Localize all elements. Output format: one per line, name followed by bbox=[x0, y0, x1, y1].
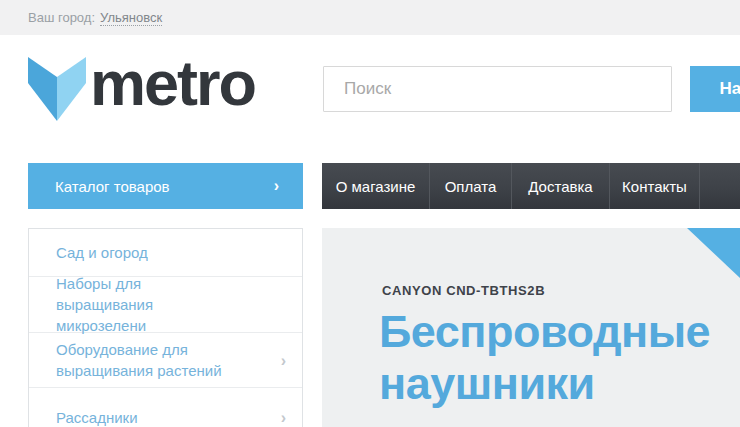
city-link[interactable]: Ульяновск bbox=[100, 10, 162, 26]
menu-item-microgreen-kits[interactable]: Наборы для выращивания микрозелени bbox=[29, 276, 302, 332]
category-menu: Сад и огород Наборы для выращивания микр… bbox=[28, 228, 303, 427]
nav-item-contacts[interactable]: Контакты bbox=[610, 163, 700, 209]
search-button[interactable]: Найти bbox=[690, 66, 740, 112]
menu-item-label: Наборы для выращивания микрозелени bbox=[56, 273, 234, 336]
menu-item-label: Оборудование для выращивания растений bbox=[56, 339, 234, 381]
main-nav: О магазине Оплата Доставка Контакты bbox=[322, 163, 740, 209]
catalog-header-label: Каталог товаров bbox=[55, 178, 170, 195]
promo-banner[interactable]: CANYON CND-TBTHS2B Беспроводные наушники bbox=[322, 228, 740, 427]
catalog-header[interactable]: Каталог товаров › bbox=[28, 163, 303, 209]
nav-item-delivery[interactable]: Доставка bbox=[512, 163, 610, 209]
logo-wordmark[interactable]: metro bbox=[90, 48, 255, 118]
logo-v-icon bbox=[28, 57, 86, 122]
chevron-right-icon: › bbox=[274, 177, 279, 195]
chevron-right-icon: › bbox=[281, 350, 286, 371]
topbar: Ваш город: Ульяновск bbox=[0, 0, 740, 35]
nav-item-payment[interactable]: Оплата bbox=[430, 163, 512, 209]
city-label: Ваш город: bbox=[28, 10, 95, 25]
banner-title: Беспроводные наушники bbox=[379, 306, 710, 410]
banner-product-code: CANYON CND-TBTHS2B bbox=[382, 283, 545, 298]
chevron-right-icon: › bbox=[281, 407, 286, 427]
corner-triangle-decoration bbox=[687, 228, 740, 278]
search-input[interactable] bbox=[323, 66, 672, 112]
banner-title-line2: наушники bbox=[379, 358, 710, 410]
menu-item-garden[interactable]: Сад и огород bbox=[29, 229, 302, 276]
nav-item-about[interactable]: О магазине bbox=[322, 163, 430, 209]
menu-item-growing-equipment[interactable]: Оборудование для выращивания растений › bbox=[29, 332, 302, 387]
menu-item-label: Сад и огород bbox=[56, 242, 148, 263]
menu-item-label: Рассадники bbox=[56, 407, 138, 427]
menu-item-seedbeds[interactable]: Рассадники › bbox=[29, 387, 302, 427]
banner-title-line1: Беспроводные bbox=[379, 306, 710, 358]
